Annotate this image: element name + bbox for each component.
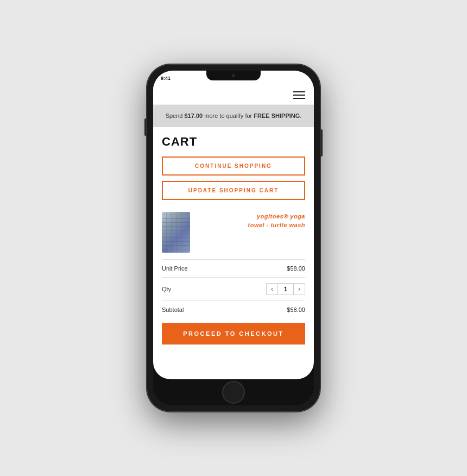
- cart-section: CART CONTINUE SHOPPING UPDATE SHOPPING C…: [153, 127, 314, 345]
- unit-price-value: $58.00: [287, 265, 305, 272]
- shipping-amount: $17.00: [185, 112, 203, 119]
- status-bar: 9:41: [153, 71, 314, 86]
- shipping-suffix: more to qualify for: [203, 112, 254, 119]
- product-item: yogitoes® yoga towel - turtle wash: [162, 205, 305, 259]
- qty-label: Qty: [162, 286, 171, 292]
- app-header: [153, 86, 314, 105]
- checkout-button[interactable]: PROCEED TO CHECKOUT: [162, 323, 305, 345]
- product-image: [162, 212, 190, 253]
- home-button[interactable]: [222, 381, 245, 404]
- qty-value: 1: [278, 283, 293, 295]
- notch: [206, 71, 261, 80]
- hamburger-line-3: [293, 98, 305, 99]
- qty-row: Qty ‹ 1 ›: [162, 278, 305, 300]
- hamburger-line-1: [293, 91, 305, 92]
- continue-shopping-button[interactable]: CONTINUE SHOPPING: [162, 156, 305, 176]
- home-bar: [153, 379, 314, 405]
- subtotal-row: Subtotal $58.00: [162, 301, 305, 318]
- phone-device: 9:41 Spend $17.00 more to qualify for FR…: [147, 64, 320, 412]
- product-name: yogitoes® yoga towel - turtle wash: [197, 212, 305, 230]
- camera-dot: [232, 74, 235, 77]
- qty-increase-button[interactable]: ›: [293, 283, 305, 295]
- cart-title: CART: [162, 135, 305, 149]
- shipping-prefix: Spend: [166, 112, 185, 119]
- hamburger-button[interactable]: [293, 91, 305, 99]
- unit-price-row: Unit Price $58.00: [162, 260, 305, 277]
- shipping-period: .: [300, 112, 301, 119]
- subtotal-label: Subtotal: [162, 306, 184, 313]
- unit-price-label: Unit Price: [162, 265, 188, 272]
- phone-screen-area: 9:41 Spend $17.00 more to qualify for FR…: [153, 71, 314, 405]
- qty-decrease-button[interactable]: ‹: [266, 283, 278, 295]
- hamburger-line-2: [293, 95, 305, 96]
- qty-stepper: ‹ 1 ›: [266, 283, 305, 295]
- update-cart-button[interactable]: UPDATE SHOPPING CART: [162, 181, 305, 200]
- shipping-banner: Spend $17.00 more to qualify for FREE SH…: [153, 105, 314, 127]
- subtotal-value: $58.00: [287, 306, 305, 313]
- status-time: 9:41: [161, 76, 171, 81]
- free-shipping-label: FREE SHIPPING: [254, 112, 300, 119]
- screen-content: Spend $17.00 more to qualify for FREE SH…: [153, 86, 314, 379]
